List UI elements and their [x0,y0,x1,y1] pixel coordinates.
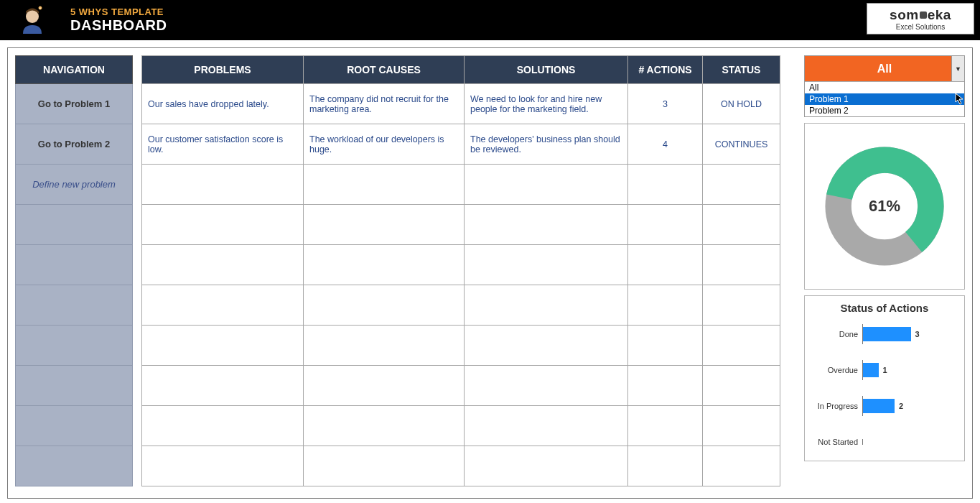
nav-item-8 [15,406,133,446]
table-cell[interactable]: The company did not recruit for the mark… [304,84,465,124]
table-cell[interactable] [465,366,628,406]
table-cell[interactable] [141,245,304,285]
problems-table: PROBLEMS ROOT CAUSES SOLUTIONS # ACTIONS… [141,55,795,491]
filter-option[interactable]: Problem 2 [805,105,964,116]
nav-item-6 [15,326,133,366]
table-row[interactable] [141,446,795,486]
bar-label: Overdue [811,366,862,374]
table-cell[interactable]: The workload of our developers is huge. [304,124,465,165]
bar-value: 1 [883,366,887,374]
table-cell[interactable]: Our customer satisfaction score is low. [141,124,304,165]
table-cell[interactable] [465,446,628,486]
table-cell[interactable] [628,446,703,486]
col-header-problems: PROBLEMS [141,55,304,84]
bar-row: Overdue1 [811,360,958,380]
table-cell[interactable] [628,205,703,245]
col-header-actions: # ACTIONS [628,55,703,84]
navigation-header: NAVIGATION [15,55,133,84]
nav-item-0[interactable]: Go to Problem 1 [15,84,133,124]
table-row[interactable] [141,205,795,245]
table-row[interactable] [141,366,795,406]
table-cell[interactable] [304,285,465,326]
table-cell[interactable] [703,406,780,446]
table-cell[interactable] [628,245,703,285]
table-cell[interactable] [141,366,304,406]
table-cell[interactable] [304,446,465,486]
table-row[interactable] [141,285,795,326]
table-cell[interactable] [628,285,703,326]
page-title: DASHBOARD [70,17,167,34]
table-row[interactable] [141,406,795,446]
table-cell[interactable] [304,245,465,285]
table-cell[interactable]: Our sales have dropped lately. [141,84,304,124]
table-cell[interactable] [304,406,465,446]
col-header-status: STATUS [703,55,780,84]
table-row[interactable]: Our customer satisfaction score is low.T… [141,124,795,165]
table-cell[interactable] [628,326,703,366]
table-cell[interactable] [304,326,465,366]
table-cell[interactable] [141,446,304,486]
table-cell[interactable] [703,446,780,486]
col-header-root-causes: ROOT CAUSES [304,55,465,84]
table-cell[interactable] [465,406,628,446]
nav-item-1[interactable]: Go to Problem 2 [15,124,133,165]
template-title: 5 WHYS TEMPLATE [70,6,167,17]
table-row[interactable] [141,165,795,205]
table-row[interactable] [141,245,795,285]
table-cell[interactable]: We need to look for and hire new people … [465,84,628,124]
app-header: ? 5 WHYS TEMPLATE DASHBOARD someka Excel… [0,0,980,40]
sidebar: All ▼ AllProblem 1Problem 2 61% Status o… [804,55,965,491]
table-cell[interactable] [141,165,304,205]
table-cell[interactable] [304,366,465,406]
nav-item-5 [15,285,133,326]
nav-item-7 [15,366,133,406]
filter-dropdown[interactable]: All ▼ AllProblem 1Problem 2 [804,55,965,117]
table-cell[interactable] [465,165,628,205]
chevron-down-icon[interactable]: ▼ [951,56,964,81]
table-row[interactable] [141,326,795,366]
table-cell[interactable] [465,245,628,285]
bar-track: 3 [862,327,958,341]
table-cell[interactable] [628,165,703,205]
nav-item-3 [15,205,133,245]
table-cell[interactable] [628,366,703,406]
table-cell[interactable] [465,285,628,326]
table-cell[interactable] [141,326,304,366]
table-cell[interactable] [703,205,780,245]
status-chart-title: Status of Actions [811,302,958,314]
table-cell[interactable] [465,205,628,245]
table-cell[interactable] [141,285,304,326]
table-cell[interactable] [141,205,304,245]
avatar-icon: ? [7,2,57,38]
table-cell[interactable] [465,326,628,366]
table-cell[interactable] [703,245,780,285]
table-cell[interactable]: 3 [628,84,703,124]
filter-option[interactable]: Problem 1 [805,93,964,105]
table-cell[interactable]: ON HOLD [703,84,780,124]
table-cell[interactable] [304,165,465,205]
table-cell[interactable] [703,326,780,366]
bar-row: In Progress2 [811,396,958,416]
table-row[interactable]: Our sales have dropped lately.The compan… [141,84,795,124]
nav-item-2[interactable]: Define new problem [15,165,133,205]
nav-item-9 [15,446,133,486]
table-cell[interactable]: CONTINUES [703,124,780,165]
table-cell[interactable]: The developers' business plan should be … [465,124,628,165]
bar-fill [862,363,879,377]
table-cell[interactable] [703,366,780,406]
table-cell[interactable] [141,406,304,446]
bar-value: 2 [899,402,903,410]
table-cell[interactable] [628,406,703,446]
table-cell[interactable] [703,165,780,205]
bar-label: In Progress [811,402,862,410]
donut-center-label: 61% [869,197,900,216]
table-cell[interactable] [304,205,465,245]
bar-track: 1 [862,363,958,377]
bar-fill [862,327,911,341]
bar-value: 3 [915,330,920,338]
table-cell[interactable] [703,285,780,326]
table-cell[interactable]: 4 [628,124,703,165]
donut-chart: 61% [804,123,965,290]
bar-row: Not Started [811,432,958,452]
filter-option[interactable]: All [805,82,964,93]
